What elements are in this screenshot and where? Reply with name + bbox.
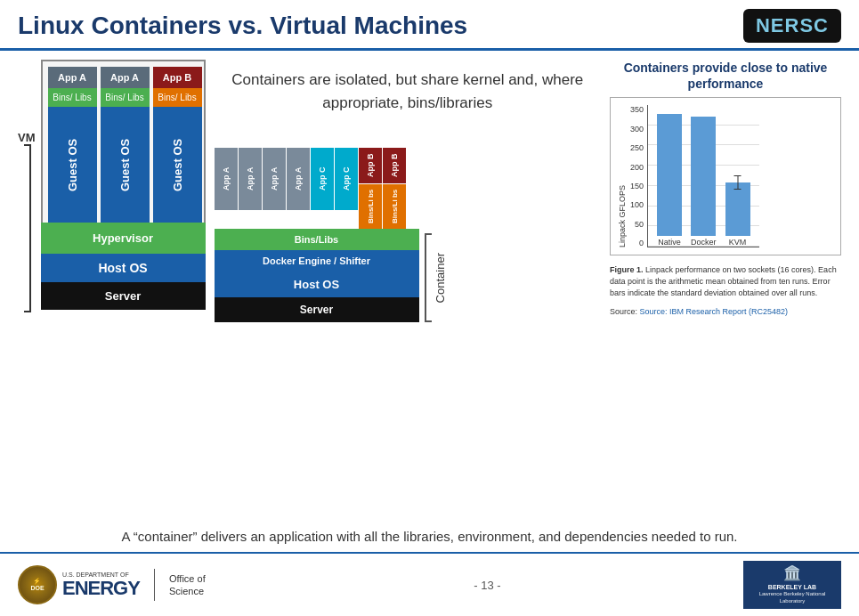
middle-section: Containers are isolated, but share kerne… xyxy=(215,60,602,523)
y-tick-0: 0 xyxy=(639,239,644,247)
chart-caption: Figure 1. Linpack performance on two soc… xyxy=(610,264,841,298)
vm-label-col: VM xyxy=(18,131,37,312)
vm-col2-bins: Bins/ Libs xyxy=(101,88,150,107)
vm-col3-guest-os: Guest OS xyxy=(153,107,202,223)
y-tick-50: 50 xyxy=(635,220,644,229)
container-app-a1: App A xyxy=(215,148,238,210)
container-app-a4: App A xyxy=(287,148,310,210)
y-tick-100: 100 xyxy=(630,200,644,209)
footer: ⚡DOE U.S. DEPARTMENT OF ENERGY Office of… xyxy=(0,552,859,616)
page-number: - 13 - xyxy=(474,579,500,592)
vm-col1-app: App A xyxy=(48,67,97,88)
bar-kvm: KVM xyxy=(725,105,750,247)
vm-col3-bins: Bins/ Libs xyxy=(153,88,202,107)
container-app-b2: App B xyxy=(383,148,406,183)
chart-title: Containers provide close to native perfo… xyxy=(610,60,841,92)
office-science: Office ofScience xyxy=(169,572,206,598)
footer-right: 🏛️ BERKELEY LAB Lawrence Berkeley Nation… xyxy=(717,561,841,608)
bars-row: Native Docker xyxy=(647,105,759,247)
berkeley-lab-name: BERKELEY LAB xyxy=(750,583,834,591)
vm-diagram-section: VM App A Bins/ Libs Guest OS App A Bins/… xyxy=(18,60,206,523)
container-app-a3: App A xyxy=(263,148,286,210)
container-server: Server xyxy=(215,297,419,322)
vm-col2-app: App A xyxy=(101,67,150,88)
y-tick-150: 150 xyxy=(630,182,644,190)
container-diagram-section: App A App A App A App A App C App C App … xyxy=(215,148,602,322)
energy-text: U.S. DEPARTMENT OF ENERGY xyxy=(62,571,140,598)
container-main: App A App A App A App A App C App C App … xyxy=(215,148,419,322)
vm-col1-guest-os: Guest OS xyxy=(48,107,97,223)
vm-outer-box: App A Bins/ Libs Guest OS App A Bins/ Li… xyxy=(41,60,206,310)
y-tick-250: 250 xyxy=(630,143,644,152)
container-app-c1: App C xyxy=(311,148,334,210)
bar-docker: Docker xyxy=(691,105,717,247)
energy-word: ENERGY xyxy=(62,579,140,598)
vm-stacks: App A Bins/ Libs Guest OS App A Bins/ Li… xyxy=(41,60,206,223)
chart-source: Source: Source: IBM Research Report (RC2… xyxy=(610,307,841,316)
y-axis: 350 300 250 200 150 100 50 0 xyxy=(630,105,644,247)
container-bins-b2: Bins/Li bs xyxy=(383,184,406,229)
vm-col-3: App B Bins/ Libs Guest OS xyxy=(153,67,202,223)
bar-kvm-label: KVM xyxy=(729,238,747,247)
page-title: Linux Containers vs. Virtual Machines xyxy=(18,12,467,40)
container-app-c2: App C xyxy=(335,148,358,210)
container-host-os: Host OS xyxy=(215,272,419,297)
chart-source-link[interactable]: Source: IBM Research Report (RC25482) xyxy=(640,307,789,316)
header: Linux Containers vs. Virtual Machines NE… xyxy=(0,0,859,51)
container-diagram-wrap: App A App A App A App A App C App C App … xyxy=(215,148,602,322)
vm-host-os-row: Host OS xyxy=(41,254,206,282)
container-label-col: Container xyxy=(425,233,447,322)
hypervisor-row: Hypervisor xyxy=(41,223,206,254)
footer-left: ⚡DOE U.S. DEPARTMENT OF ENERGY Office of… xyxy=(18,565,258,604)
vm-col3-app: App B xyxy=(153,67,202,88)
bar-native-label: Native xyxy=(658,238,681,247)
chart-caption-text: Linpack performance on two sockets (16 c… xyxy=(610,265,837,296)
error-bar-kvm xyxy=(737,175,738,190)
y-tick-350: 350 xyxy=(630,105,644,114)
vm-bottom: Hypervisor Host OS Server xyxy=(41,223,206,310)
chart-area: Linpack GFLOPS 350 300 250 200 150 100 5… xyxy=(610,97,841,255)
y-tick-200: 200 xyxy=(630,163,644,172)
y-tick-300: 300 xyxy=(630,125,644,134)
bar-docker-label: Docker xyxy=(691,238,717,247)
container-bins-row: Bins/Libs xyxy=(215,229,419,250)
isolated-text: Containers are isolated, but share kerne… xyxy=(215,60,602,123)
main-content: VM App A Bins/ Libs Guest OS App A Bins/… xyxy=(0,51,859,531)
footer-center: - 13 - xyxy=(258,579,717,592)
container-apps-row: App A App A App A App A App C App C App … xyxy=(215,148,419,229)
container-docker-row: Docker Engine / Shifter xyxy=(215,250,419,272)
energy-divider xyxy=(154,569,155,601)
container-bins-b1: Bins/Li bs xyxy=(359,184,382,229)
container-label: Container xyxy=(434,253,447,303)
doe-seal: ⚡DOE xyxy=(18,565,57,604)
bottom-text: A “container” delivers an application wi… xyxy=(0,527,859,547)
bar-native-rect xyxy=(657,114,682,236)
chart-caption-figure: Figure 1. xyxy=(610,265,644,274)
vm-col2-guest-os: Guest OS xyxy=(101,107,150,223)
berkeley-logo-icon: 🏛️ xyxy=(750,564,834,583)
energy-logo: ⚡DOE U.S. DEPARTMENT OF ENERGY xyxy=(18,565,140,604)
vm-col-1: App A Bins/ Libs Guest OS xyxy=(48,67,97,223)
bar-docker-rect xyxy=(691,117,716,236)
container-app-a2: App A xyxy=(239,148,262,210)
berkeley-logo: 🏛️ BERKELEY LAB Lawrence Berkeley Nation… xyxy=(743,561,841,608)
y-axis-label: Linpack GFLOPS xyxy=(618,105,627,247)
vm-server-row: Server xyxy=(41,282,206,310)
bar-native: Native xyxy=(657,105,682,247)
bar-kvm-rect xyxy=(725,182,750,236)
berkeley-lab-full: Lawrence Berkeley National Laboratory xyxy=(750,591,834,605)
vm-label: VM xyxy=(18,131,36,144)
vm-col-2: App A Bins/ Libs Guest OS xyxy=(101,67,150,223)
container-app-b1: App B xyxy=(359,148,382,183)
nersc-logo: NERSC xyxy=(743,9,841,43)
chart-section: Containers provide close to native perfo… xyxy=(610,60,841,523)
vm-col1-bins: Bins/ Libs xyxy=(48,88,97,107)
